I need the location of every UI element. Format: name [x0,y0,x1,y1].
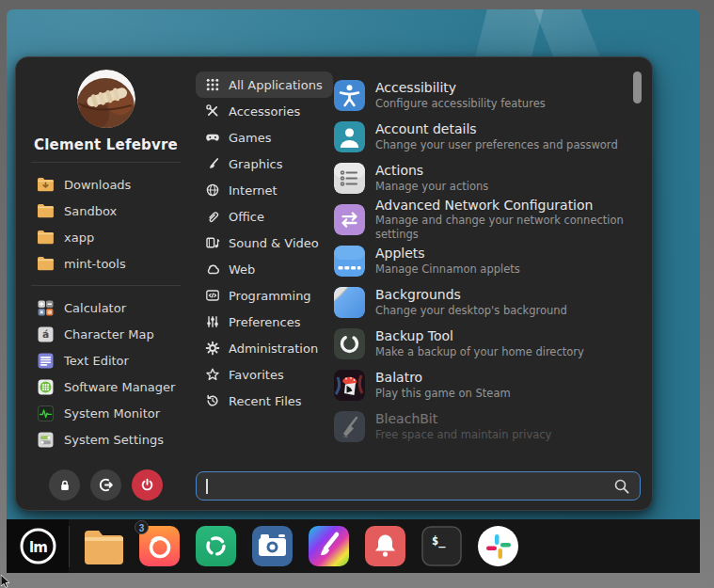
place-label: mint-tools [64,257,126,271]
tools-icon [204,103,220,119]
category-games[interactable]: Games [196,124,281,151]
divider [31,162,181,163]
system-settings-icon [36,430,55,449]
search-input[interactable] [208,478,614,494]
app-advanced-network-configuration[interactable]: Advanced Network ConfigurationManage and… [334,199,631,240]
place-label: Downloads [64,178,131,192]
category-office[interactable]: Office [196,203,275,230]
text-editor-icon [36,351,55,370]
balatro-icon [334,370,365,401]
category-label: Accessories [229,104,300,119]
category-programming[interactable]: Programming [196,282,322,309]
shutdown-button[interactable] [132,469,163,501]
sidebar-item-character-map[interactable]: á Character Map [16,321,196,347]
category-graphics[interactable]: Graphics [196,151,293,177]
scrollbar-thumb[interactable] [633,72,642,103]
firefox-launcher[interactable]: 3 [139,526,180,566]
category-label: Favorites [229,368,284,382]
place-mint-tools[interactable]: mint-tools [16,250,196,277]
sidebar-item-label: Software Manager [64,380,175,394]
backup-icon [334,328,365,359]
sidebar-item-system-settings[interactable]: System Settings [16,426,196,453]
app-backup-tool[interactable]: Backup ToolMake a backup of your home di… [334,323,631,364]
lock-button[interactable] [49,469,80,501]
paint-icon [309,526,349,566]
search-bar[interactable] [196,471,641,501]
category-label: Sound & Video [229,236,319,250]
sidebar-item-label: System Settings [64,433,164,447]
sidebar-item-system-monitor[interactable]: System Monitor [16,400,196,426]
sidebar-item-text-editor[interactable]: Text Editor [16,347,196,373]
category-label: Office [229,210,264,224]
avatar-image [77,70,135,128]
place-sandbox[interactable]: Sandbox [16,198,196,224]
category-label: Graphics [229,157,282,171]
desktop: Clement Lefebvre Downloads Sandbox [7,9,700,573]
cloud-icon [204,262,220,278]
sliders-icon [204,314,220,330]
category-internet[interactable]: Internet [196,177,288,203]
folder-icon [36,254,55,273]
files-icon [83,529,125,564]
category-label: Administration [229,342,318,356]
sidebar-item-label: Text Editor [64,354,129,368]
grid-icon [204,77,220,93]
app-title: Accessibility [375,80,546,97]
files-launcher[interactable] [83,526,123,566]
paint-launcher[interactable] [309,526,349,566]
app-account-details[interactable]: Account detailsChange your user preferen… [334,116,631,157]
slack-icon [478,526,518,566]
brush-icon [204,156,220,172]
app-title: Backup Tool [375,328,584,345]
category-web[interactable]: Web [196,256,265,282]
gear-icon [204,341,220,357]
software-manager-icon [36,377,55,396]
terminal-launcher[interactable]: $_ [421,526,462,566]
user-avatar[interactable] [77,70,135,128]
app-description: Make a backup of your home directory [375,345,584,358]
dock: 3 $_ [70,526,518,566]
calculator-icon [36,298,55,317]
logout-button[interactable] [90,469,121,501]
place-label: Sandbox [64,204,117,218]
notifications-launcher[interactable] [365,526,405,566]
app-actions[interactable]: ActionsManage your actions [334,157,631,199]
category-label: Internet [229,183,278,198]
category-accessories[interactable]: Accessories [196,98,310,124]
app-backgrounds[interactable]: BackgroundsChange your desktop's backgro… [334,281,631,323]
category-favorites[interactable]: Favorites [196,361,294,388]
session-buttons [16,469,196,501]
category-recent-files[interactable]: Recent Files [196,388,312,414]
place-downloads[interactable]: Downloads [16,171,196,198]
notification-badge: 3 [135,520,149,534]
app-applets[interactable]: AppletsManage Cinnamon applets [334,240,631,281]
screenshot-launcher[interactable] [252,526,293,566]
place-xapp[interactable]: xapp [16,224,196,250]
sync-icon [196,526,236,566]
sidebar-item-software-manager[interactable]: Software Manager [16,373,196,400]
app-accessibility[interactable]: AccessibilityConfigure accessibility fea… [334,74,631,116]
lock-icon [57,478,72,493]
application-list: AccessibilityConfigure accessibility fea… [334,74,631,447]
sync-launcher[interactable] [196,526,236,566]
divider [31,285,181,286]
app-title: Balatro [375,370,511,387]
category-preferences[interactable]: Preferences [196,309,310,335]
system-monitor-icon [36,404,55,422]
svg-text:$_: $_ [432,534,446,548]
menu-button[interactable]: lm [7,519,69,573]
app-balatro[interactable]: BalatroPlay this game on Steam [334,364,631,405]
actions-icon [334,163,365,194]
mint-menu-popup: Clement Lefebvre Downloads Sandbox [15,56,653,511]
slack-launcher[interactable] [478,526,518,566]
sidebar-item-calculator[interactable]: Calculator [16,294,196,321]
category-sound-video[interactable]: Sound & Video [196,230,329,256]
category-list: All Applications Accessories Games Graph… [196,72,337,414]
category-administration[interactable]: Administration [196,335,328,361]
logout-icon [98,477,114,493]
app-title: Applets [375,246,520,262]
folder-icon [36,201,55,220]
panel-taskbar: lm 3 [7,519,700,573]
app-bleachbit[interactable]: BleachBitFree space and maintain privacy [334,405,631,447]
category-all-applications[interactable]: All Applications [196,72,333,98]
